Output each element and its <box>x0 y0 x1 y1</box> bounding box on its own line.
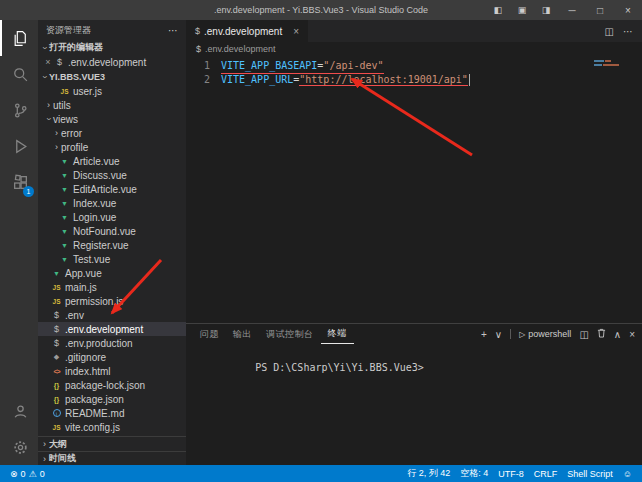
tree-item-main.js[interactable]: JS main.js <box>38 280 186 294</box>
close-panel-icon[interactable]: × <box>629 329 635 340</box>
status-right-group: 行 2, 列 42 空格: 4 UTF-8 CRLF Shell Script … <box>402 467 637 480</box>
tree-item-login.vue[interactable]: ▼ Login.vue <box>38 210 186 224</box>
toggle-panel-icon[interactable]: ▣ <box>510 0 534 20</box>
project-header[interactable]: › YI.BBS.VUE3 <box>38 69 186 84</box>
tree-item-utils[interactable]: › utils <box>38 98 186 112</box>
timeline-section[interactable]: › 时间线 <box>38 451 186 465</box>
tab-problems[interactable]: 问题 <box>193 324 226 344</box>
terminal-icon: ▷ <box>519 330 525 339</box>
env-value: "http://localhost:19001/api" <box>299 74 468 86</box>
close-window-button[interactable]: × <box>614 0 642 20</box>
tree-item-.env[interactable]: $ .env <box>38 308 186 322</box>
panel-header: 问题 输出 调试控制台 终端 + ∨ ▷ powershell ◫ <box>186 324 642 344</box>
cursor-position-status[interactable]: 行 2, 列 42 <box>402 467 455 480</box>
maximize-button[interactable]: □ <box>586 0 614 20</box>
open-editors-header[interactable]: › 打开的编辑器 <box>38 40 186 55</box>
tree-item-readme.md[interactable]: i README.md <box>38 406 186 420</box>
activity-bar: 1 <box>0 20 38 465</box>
breadcrumb[interactable]: $ .env.development <box>186 42 642 56</box>
js-file-icon: JS <box>51 284 62 291</box>
code-editor[interactable]: 1 VITE_APP_BASEAPI="/api-dev" 2 VITE_APP… <box>186 56 642 323</box>
chevron-right-icon: › <box>52 142 61 152</box>
split-terminal-icon[interactable]: ◫ <box>579 329 588 340</box>
tree-item-index.html[interactable]: <> index.html <box>38 364 186 378</box>
indentation-status[interactable]: 空格: 4 <box>455 467 493 480</box>
vscode-window: .env.development - Yi.BBS.Vue3 - Visual … <box>0 0 642 482</box>
terminal-prompt: PS D:\CSharp\Yi\Yi.BBS.Vue3> <box>255 362 424 373</box>
minimap[interactable] <box>594 60 640 68</box>
terminal-dropdown-icon[interactable]: ∨ <box>495 329 502 340</box>
js-file-icon: JS <box>51 424 62 431</box>
env-file-icon: $ <box>54 57 65 67</box>
terminal[interactable]: PS D:\CSharp\Yi\Yi.BBS.Vue3> <box>186 344 642 465</box>
tree-item-permission.js[interactable]: JS permission.js <box>38 294 186 308</box>
close-tab-icon[interactable]: × <box>293 26 299 37</box>
tab-output[interactable]: 输出 <box>226 324 259 344</box>
extensions-icon[interactable]: 1 <box>0 164 38 200</box>
tree-item-editarticle.vue[interactable]: ▼ EditArticle.vue <box>38 182 186 196</box>
feedback-smiley-icon[interactable]: ☺ <box>618 469 637 479</box>
tab-env-development[interactable]: $ .env.development × <box>186 20 308 42</box>
tree-item-.env.development[interactable]: $ .env.development <box>38 322 186 336</box>
tree-item-vite.config.js[interactable]: JS vite.config.js <box>38 420 186 434</box>
settings-gear-icon[interactable] <box>0 429 38 465</box>
kill-terminal-icon[interactable] <box>597 328 606 340</box>
git-file-icon: ◆ <box>51 353 62 361</box>
tree-item-package-lock.json[interactable]: {} package-lock.json <box>38 378 186 392</box>
toggle-secondary-sidebar-icon[interactable]: ◨ <box>534 0 558 20</box>
tree-item-.gitignore[interactable]: ◆ .gitignore <box>38 350 186 364</box>
chevron-right-icon: › <box>52 128 61 138</box>
tree-item-article.vue[interactable]: ▼ Article.vue <box>38 154 186 168</box>
shell-selector[interactable]: ▷ powershell <box>519 329 571 339</box>
warning-icon: ⚠ <box>29 469 37 479</box>
vue-file-icon: ▼ <box>59 186 70 193</box>
maximize-panel-icon[interactable]: ∧ <box>614 329 621 340</box>
source-control-icon[interactable] <box>0 92 38 128</box>
problems-status[interactable]: ⊗ 0 ⚠ 0 <box>5 469 50 479</box>
account-icon[interactable] <box>0 393 38 429</box>
editor-tabbar: $ .env.development × ◫ ⋯ <box>186 20 642 42</box>
language-mode-status[interactable]: Shell Script <box>562 469 618 479</box>
run-debug-icon[interactable] <box>0 128 38 164</box>
split-editor-icon[interactable]: ◫ <box>605 26 614 37</box>
bottom-panel: 问题 输出 调试控制台 终端 + ∨ ▷ powershell ◫ <box>186 323 642 465</box>
env-file-icon: $ <box>51 324 62 334</box>
tree-item-.env.production[interactable]: $ .env.production <box>38 336 186 350</box>
explorer-icon[interactable] <box>0 20 38 56</box>
tree-item-package.json[interactable]: {} package.json <box>38 392 186 406</box>
minimize-button[interactable]: ─ <box>558 0 586 20</box>
tree-item-profile[interactable]: › profile <box>38 140 186 154</box>
env-file-icon: $ <box>51 310 62 320</box>
tree-item-discuss.vue[interactable]: ▼ Discuss.vue <box>38 168 186 182</box>
toggle-sidebar-icon[interactable]: ◧ <box>486 0 510 20</box>
tree-item-notfound.vue[interactable]: ▼ NotFound.vue <box>38 224 186 238</box>
tab-terminal[interactable]: 终端 <box>321 324 354 344</box>
env-file-icon: $ <box>51 338 62 348</box>
line-number: 1 <box>186 59 210 73</box>
outline-section[interactable]: › 大纲 <box>38 437 186 451</box>
tree-item-views[interactable]: › views <box>38 112 186 126</box>
sidebar-more-actions-icon[interactable]: ⋯ <box>168 25 178 36</box>
panel-actions: + ∨ ▷ powershell ◫ ∧ <box>481 324 635 344</box>
close-editor-icon[interactable]: × <box>43 57 53 67</box>
line-number: 2 <box>186 73 210 87</box>
tree-item-test.vue[interactable]: ▼ Test.vue <box>38 252 186 266</box>
open-editor-item[interactable]: × $ .env.development <box>38 55 186 69</box>
search-icon[interactable] <box>0 56 38 92</box>
vue-file-icon: ▼ <box>51 270 62 277</box>
tree-item-index.vue[interactable]: ▼ Index.vue <box>38 196 186 210</box>
editor-more-actions-icon[interactable]: ⋯ <box>623 26 633 37</box>
js-file-icon: JS <box>59 88 70 95</box>
vue-file-icon: ▼ <box>59 214 70 221</box>
tree-item-register.vue[interactable]: ▼ Register.vue <box>38 238 186 252</box>
tree-item-user.js[interactable]: JS user.js <box>38 84 186 98</box>
tree-item-app.vue[interactable]: ▼ App.vue <box>38 266 186 280</box>
tab-label: .env.development <box>204 26 282 37</box>
chevron-right-icon: › <box>40 454 49 464</box>
tab-debug-console[interactable]: 调试控制台 <box>259 324 321 344</box>
chevron-down-icon: › <box>44 115 54 124</box>
new-terminal-icon[interactable]: + <box>481 329 487 340</box>
encoding-status[interactable]: UTF-8 <box>493 469 529 479</box>
eol-status[interactable]: CRLF <box>529 469 563 479</box>
tree-item-error[interactable]: › error <box>38 126 186 140</box>
